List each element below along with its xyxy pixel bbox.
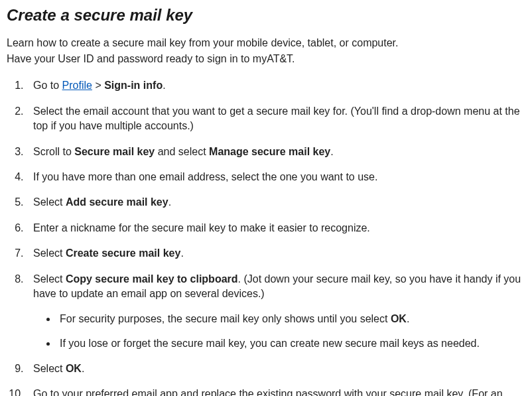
- step-8: Select Copy secure mail key to clipboard…: [27, 272, 525, 352]
- step-8-sub1-post: .: [407, 313, 409, 324]
- step-5-bold: Add secure mail key: [66, 196, 168, 208]
- step-3-pre: Scroll to: [33, 146, 74, 157]
- step-8-sub1: For security purposes, the secure mail k…: [57, 312, 525, 326]
- step-2: Select the email account that you want t…: [27, 104, 525, 134]
- step-3-bold2: Manage secure mail key: [209, 146, 330, 157]
- step-8-sub2: If you lose or forget the secure mail ke…: [57, 336, 525, 351]
- step-3-mid: and select: [155, 146, 209, 157]
- profile-link[interactable]: Profile: [62, 80, 92, 91]
- step-8-sublist: For security purposes, the secure mail k…: [33, 312, 525, 351]
- step-8-sub1-pre: For security purposes, the secure mail k…: [60, 313, 391, 324]
- step-1-bold: Sign-in info: [104, 80, 163, 91]
- intro-line-1: Learn how to create a secure mail key fr…: [7, 36, 525, 50]
- step-1-sep: >: [92, 80, 104, 91]
- step-9: Select OK.: [27, 362, 525, 376]
- step-8-bold: Copy secure mail key to clipboard: [66, 273, 238, 285]
- step-1-text-pre: Go to: [33, 80, 62, 91]
- step-3-post: .: [330, 146, 333, 157]
- step-7-post: .: [180, 247, 183, 259]
- intro-line-2: Have your User ID and password ready to …: [7, 52, 525, 66]
- step-10: Go to your preferred email app and repla…: [27, 387, 525, 396]
- step-3-bold1: Secure mail key: [74, 146, 155, 157]
- step-7-pre: Select: [33, 247, 66, 259]
- step-6: Enter a nickname for the secure mail key…: [27, 221, 525, 235]
- step-5-post: .: [168, 196, 171, 208]
- intro-block: Learn how to create a secure mail key fr…: [7, 36, 525, 67]
- step-5-pre: Select: [33, 196, 66, 208]
- step-1-post: .: [163, 80, 165, 91]
- step-9-pre: Select: [33, 363, 66, 374]
- step-7: Select Create secure mail key.: [27, 246, 525, 261]
- step-4: If you have more than one email address,…: [27, 170, 525, 184]
- step-5: Select Add secure mail key.: [27, 195, 525, 210]
- step-8-sub1-bold: OK: [391, 313, 407, 324]
- step-9-bold: OK: [66, 363, 82, 374]
- step-9-post: .: [82, 363, 84, 374]
- step-1: Go to Profile > Sign-in info.: [27, 78, 525, 93]
- page-title: Create a secure mail key: [7, 4, 525, 27]
- step-3: Scroll to Secure mail key and select Man…: [27, 145, 525, 159]
- step-7-bold: Create secure mail key: [66, 247, 180, 259]
- steps-list: Go to Profile > Sign-in info. Select the…: [7, 78, 525, 396]
- step-8-pre: Select: [33, 273, 66, 285]
